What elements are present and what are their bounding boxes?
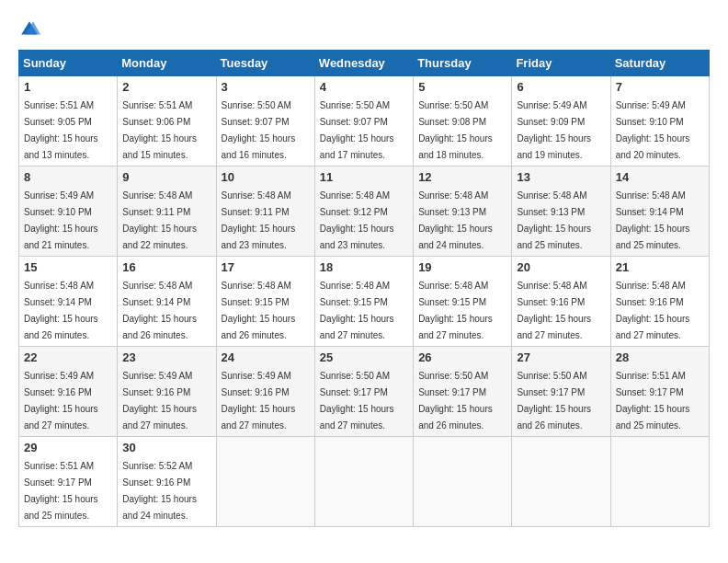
day-info: Sunrise: 5:48 AMSunset: 9:11 PMDaylight:… [122,190,197,250]
day-info: Sunrise: 5:49 AMSunset: 9:10 PMDaylight:… [24,190,98,250]
calendar-day: 23 Sunrise: 5:49 AMSunset: 9:16 PMDaylig… [118,347,216,437]
day-info: Sunrise: 5:52 AMSunset: 9:16 PMDaylight:… [122,461,197,521]
day-number: 13 [517,170,605,184]
calendar-day: 13 Sunrise: 5:48 AMSunset: 9:13 PMDaylig… [512,167,610,257]
day-number: 26 [418,350,506,364]
calendar-day: 27 Sunrise: 5:50 AMSunset: 9:17 PMDaylig… [512,347,610,437]
day-number: 27 [517,350,605,364]
day-info: Sunrise: 5:48 AMSunset: 9:15 PMDaylight:… [222,281,296,340]
day-number: 23 [122,350,210,364]
day-number: 16 [122,260,210,274]
day-info: Sunrise: 5:49 AMSunset: 9:10 PMDaylight:… [616,100,690,160]
day-number: 15 [24,260,112,274]
weekday-header: Wednesday [314,51,413,76]
weekday-header: Saturday [610,51,709,76]
day-info: Sunrise: 5:50 AMSunset: 9:17 PMDaylight:… [320,371,394,431]
day-info: Sunrise: 5:50 AMSunset: 9:08 PMDaylight:… [418,100,493,160]
day-info: Sunrise: 5:49 AMSunset: 9:16 PMDaylight:… [24,371,98,431]
calendar-day: 22 Sunrise: 5:49 AMSunset: 9:16 PMDaylig… [19,347,118,437]
day-info: Sunrise: 5:51 AMSunset: 9:17 PMDaylight:… [616,371,690,431]
calendar-day: 19 Sunrise: 5:48 AMSunset: 9:15 PMDaylig… [414,257,512,347]
calendar-day: 25 Sunrise: 5:50 AMSunset: 9:17 PMDaylig… [314,347,413,437]
day-number: 29 [24,441,112,454]
day-info: Sunrise: 5:48 AMSunset: 9:14 PMDaylight:… [122,281,197,340]
calendar-day: 20 Sunrise: 5:48 AMSunset: 9:16 PMDaylig… [512,257,610,347]
day-number: 2 [122,80,210,94]
empty-cell [610,437,709,527]
calendar-day: 9 Sunrise: 5:48 AMSunset: 9:11 PMDayligh… [118,167,216,257]
day-number: 3 [222,80,310,94]
day-number: 5 [418,80,506,94]
day-number: 18 [320,260,408,274]
empty-cell [314,437,413,527]
calendar-day: 21 Sunrise: 5:48 AMSunset: 9:16 PMDaylig… [610,257,709,347]
calendar-day: 10 Sunrise: 5:48 AMSunset: 9:11 PMDaylig… [216,167,314,257]
calendar-day: 3 Sunrise: 5:50 AMSunset: 9:07 PMDayligh… [216,76,314,167]
day-info: Sunrise: 5:48 AMSunset: 9:15 PMDaylight:… [320,281,394,340]
day-number: 6 [517,80,605,94]
calendar-day: 8 Sunrise: 5:49 AMSunset: 9:10 PMDayligh… [19,167,118,257]
weekday-header: Monday [118,51,216,76]
day-info: Sunrise: 5:48 AMSunset: 9:11 PMDaylight:… [222,190,296,250]
weekday-header: Friday [512,51,610,76]
day-number: 4 [320,80,408,94]
calendar-day: 28 Sunrise: 5:51 AMSunset: 9:17 PMDaylig… [610,347,709,437]
day-number: 21 [616,260,704,274]
day-number: 11 [320,170,408,184]
day-info: Sunrise: 5:48 AMSunset: 9:16 PMDaylight:… [517,281,591,340]
calendar-day: 30 Sunrise: 5:52 AMSunset: 9:16 PMDaylig… [118,437,216,527]
day-info: Sunrise: 5:48 AMSunset: 9:13 PMDaylight:… [418,190,493,250]
day-info: Sunrise: 5:48 AMSunset: 9:15 PMDaylight:… [418,281,493,340]
day-info: Sunrise: 5:48 AMSunset: 9:14 PMDaylight:… [24,281,98,340]
day-number: 17 [222,260,310,274]
calendar-day: 4 Sunrise: 5:50 AMSunset: 9:07 PMDayligh… [314,76,413,167]
logo [18,18,44,40]
day-number: 9 [122,170,210,184]
day-info: Sunrise: 5:50 AMSunset: 9:17 PMDaylight:… [418,371,493,431]
day-info: Sunrise: 5:50 AMSunset: 9:07 PMDaylight:… [320,100,394,160]
day-info: Sunrise: 5:48 AMSunset: 9:16 PMDaylight:… [616,281,690,340]
calendar-day: 24 Sunrise: 5:49 AMSunset: 9:16 PMDaylig… [216,347,314,437]
calendar-day: 29 Sunrise: 5:51 AMSunset: 9:17 PMDaylig… [19,437,118,527]
day-info: Sunrise: 5:49 AMSunset: 9:16 PMDaylight:… [222,371,296,431]
calendar-day: 6 Sunrise: 5:49 AMSunset: 9:09 PMDayligh… [512,76,610,167]
calendar: SundayMondayTuesdayWednesdayThursdayFrid… [18,50,710,527]
day-number: 7 [616,80,704,94]
day-info: Sunrise: 5:49 AMSunset: 9:16 PMDaylight:… [122,371,197,431]
logo-icon [18,18,40,40]
weekday-header: Thursday [414,51,512,76]
calendar-day: 14 Sunrise: 5:48 AMSunset: 9:14 PMDaylig… [610,167,709,257]
empty-cell [512,437,610,527]
day-info: Sunrise: 5:50 AMSunset: 9:17 PMDaylight:… [517,371,591,431]
calendar-day: 2 Sunrise: 5:51 AMSunset: 9:06 PMDayligh… [118,76,216,167]
day-info: Sunrise: 5:48 AMSunset: 9:13 PMDaylight:… [517,190,591,250]
day-number: 14 [616,170,704,184]
weekday-header: Sunday [19,51,118,76]
day-number: 12 [418,170,506,184]
day-number: 22 [24,350,112,364]
calendar-day: 1 Sunrise: 5:51 AMSunset: 9:05 PMDayligh… [19,76,118,167]
calendar-day: 12 Sunrise: 5:48 AMSunset: 9:13 PMDaylig… [414,167,512,257]
empty-cell [216,437,314,527]
day-info: Sunrise: 5:49 AMSunset: 9:09 PMDaylight:… [517,100,591,160]
day-number: 24 [222,350,310,364]
calendar-day: 5 Sunrise: 5:50 AMSunset: 9:08 PMDayligh… [414,76,512,167]
calendar-day: 15 Sunrise: 5:48 AMSunset: 9:14 PMDaylig… [19,257,118,347]
calendar-day: 26 Sunrise: 5:50 AMSunset: 9:17 PMDaylig… [414,347,512,437]
empty-cell [414,437,512,527]
day-info: Sunrise: 5:50 AMSunset: 9:07 PMDaylight:… [222,100,296,160]
day-number: 8 [24,170,112,184]
day-info: Sunrise: 5:51 AMSunset: 9:05 PMDaylight:… [24,100,98,160]
calendar-day: 16 Sunrise: 5:48 AMSunset: 9:14 PMDaylig… [118,257,216,347]
day-info: Sunrise: 5:51 AMSunset: 9:06 PMDaylight:… [122,100,197,160]
day-info: Sunrise: 5:48 AMSunset: 9:14 PMDaylight:… [616,190,690,250]
weekday-header: Tuesday [216,51,314,76]
day-number: 19 [418,260,506,274]
calendar-day: 7 Sunrise: 5:49 AMSunset: 9:10 PMDayligh… [610,76,709,167]
calendar-day: 18 Sunrise: 5:48 AMSunset: 9:15 PMDaylig… [314,257,413,347]
day-info: Sunrise: 5:51 AMSunset: 9:17 PMDaylight:… [24,461,98,521]
day-number: 10 [222,170,310,184]
day-number: 30 [122,441,210,454]
day-number: 28 [616,350,704,364]
calendar-day: 11 Sunrise: 5:48 AMSunset: 9:12 PMDaylig… [314,167,413,257]
